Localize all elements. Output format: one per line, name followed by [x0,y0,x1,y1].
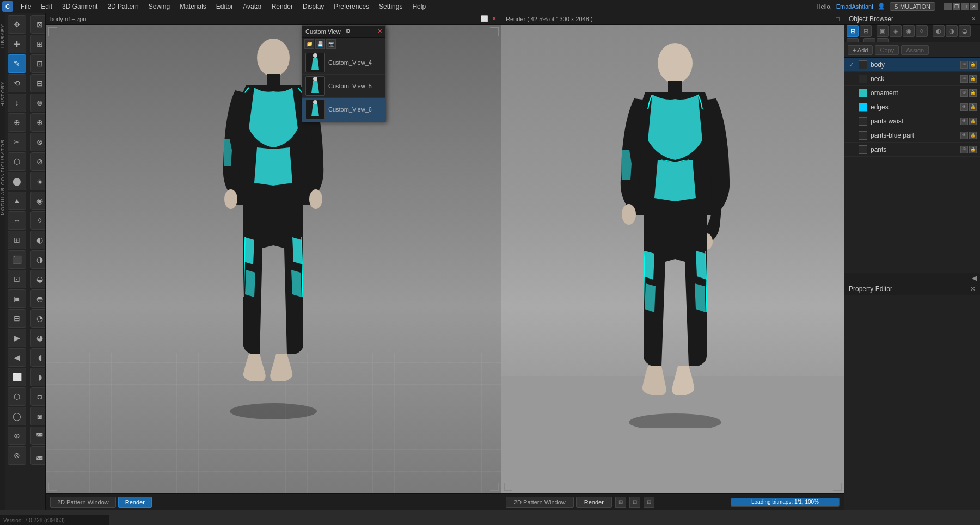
tool-scale[interactable]: ↕ [8,94,26,112]
tool-r18[interactable]: ◖ [30,348,46,367]
tool-r16[interactable]: ◔ [30,309,46,328]
tool-r17[interactable]: ◕ [30,329,46,347]
obj-icon-vis-edges[interactable]: 👁 [960,103,968,111]
prop-editor-close[interactable]: ✕ [970,285,976,293]
tool-r10[interactable]: ◉ [30,192,46,210]
tool-r4[interactable]: ⊟ [30,74,46,92]
obj-item-pants-waist[interactable]: ✓ pants waist 👁 🔒 [844,114,980,128]
menu-edit[interactable]: Edit [36,2,57,11]
add-button[interactable]: + Add [848,45,873,55]
obj-icon-vis[interactable]: 👁 [960,61,968,69]
obj-browser-close[interactable]: ✕ [971,16,976,22]
win-minimize[interactable]: — [944,3,952,10]
cv-item-4[interactable]: Custom_View_4 [302,51,385,75]
obj-item-pants[interactable]: ✓ pants 👁 🔒 [844,143,980,157]
obj-icon-vis-ornament[interactable]: 👁 [960,89,968,97]
win-restore[interactable]: ❐ [953,3,960,10]
tool-pattern[interactable]: ▣ [8,289,26,308]
tool-pin[interactable]: ▲ [8,192,26,210]
viewport-canvas[interactable] [46,25,501,493]
render-icon-1[interactable]: ⊞ [615,497,626,508]
tool-add[interactable]: ✚ [8,35,26,53]
tool-r3[interactable]: ⊡ [30,54,46,73]
rt-btn-tex[interactable]: ◈ [890,25,902,37]
tool-plus[interactable]: ⊕ [8,427,26,445]
menu-settings[interactable]: Settings [375,2,407,11]
tool-r7[interactable]: ⊗ [30,133,46,151]
tool-point[interactable]: ⬤ [8,172,26,190]
render-canvas[interactable] [501,25,844,493]
tool-select2[interactable]: ⊡ [8,270,26,288]
simulation-button[interactable]: SIMULATION [890,2,935,11]
menu-3d-garment[interactable]: 3D Garment [58,2,102,11]
tool-r8[interactable]: ⊘ [30,152,46,171]
tab-2d-pattern-render[interactable]: 2D Pattern Window [506,497,574,508]
obj-item-ornament[interactable]: ✓ ornament 👁 🔒 [844,86,980,100]
tool-cross[interactable]: ⊗ [8,446,26,465]
tool-cut[interactable]: ✂ [8,133,26,151]
menu-file[interactable]: File [16,2,35,11]
menu-display[interactable]: Display [298,2,328,11]
tool-r23[interactable]: ◛ [30,446,46,465]
tool-circle[interactable]: ◯ [8,407,26,425]
tool-r20[interactable]: ◘ [30,387,46,406]
obj-icon-vis-p[interactable]: 👁 [960,146,968,153]
rt-btn-view2[interactable]: ⊟ [860,25,872,37]
tool-r11[interactable]: ◊ [30,211,46,230]
cv-icon-folder[interactable]: 📁 [304,39,314,49]
obj-icon-lock-p[interactable]: 🔒 [969,146,977,153]
obj-icon-lock-pw[interactable]: 🔒 [969,118,977,125]
tool-hex[interactable]: ⬡ [8,387,26,406]
tool-r15[interactable]: ◓ [30,289,46,308]
rt-btn-env[interactable]: ◒ [959,25,971,37]
tool-box[interactable]: ⬜ [8,368,26,386]
tool-fill[interactable]: ⬛ [8,250,26,269]
tool-zoom[interactable]: ⊕ [8,113,26,132]
tab-render[interactable]: Render [118,497,152,508]
tool-r14[interactable]: ◒ [30,270,46,288]
render-icon-2[interactable]: ⊡ [629,497,640,508]
menu-preferences[interactable]: Preferences [329,2,373,11]
obj-icon-lock[interactable]: 🔒 [969,61,977,69]
assign-button[interactable]: Assign [901,45,929,55]
tool-r9[interactable]: ◈ [30,172,46,190]
obj-icon-lock-pb[interactable]: 🔒 [969,132,977,139]
tool-move[interactable]: ↔ [8,211,26,230]
render-min[interactable]: — [823,16,829,22]
obj-icon-vis-pw[interactable]: 👁 [960,118,968,125]
collapse-bar[interactable]: ◀ [844,273,980,283]
rt-btn-cam[interactable]: ◐ [933,25,945,37]
menu-help[interactable]: Help [408,2,430,11]
tool-r5[interactable]: ⊛ [30,94,46,112]
rt-btn-wire[interactable]: ◉ [903,25,915,37]
tool-r6[interactable]: ⊕ [30,113,46,132]
tool-r21[interactable]: ◙ [30,407,46,425]
menu-render[interactable]: Render [267,2,297,11]
tool-r1[interactable]: ⊠ [30,15,46,34]
render-expand[interactable]: □ [836,16,840,22]
obj-icon-vis-pb[interactable]: 👁 [960,132,968,139]
rt-btn-view1[interactable]: ⊞ [847,25,859,37]
cv-close[interactable]: ✕ [377,28,382,35]
tool-shape[interactable]: ⬡ [8,152,26,171]
obj-item-neck[interactable]: ✓ neck 👁 🔒 [844,72,980,86]
tool-edit[interactable]: ✎ [8,54,26,73]
tool-r2[interactable]: ⊞ [30,35,46,53]
menu-materials[interactable]: Materials [175,2,211,11]
cv-settings-icon[interactable]: ⚙ [345,28,351,35]
tool-r13[interactable]: ◑ [30,250,46,269]
win-maximize[interactable]: □ [961,3,969,10]
cv-item-6[interactable]: Custom_View_6 [302,98,385,121]
tool-r12[interactable]: ◐ [30,231,46,249]
menu-avatar[interactable]: Avatar [238,2,266,11]
rt-btn-mat[interactable]: ▣ [877,25,889,37]
tool-r22[interactable]: ◚ [30,427,46,445]
tab-2d-pattern[interactable]: 2D Pattern Window [50,497,116,508]
menu-editor[interactable]: Editor [212,2,237,11]
menu-sewing[interactable]: Sewing [144,2,174,11]
obj-icon-lock-ornament[interactable]: 🔒 [969,89,977,97]
copy-button[interactable]: Copy [875,45,899,55]
tool-prev[interactable]: ◀ [8,348,26,367]
rt-btn-shad[interactable]: ◊ [916,25,928,37]
obj-icon-lock-neck[interactable]: 🔒 [969,75,977,83]
